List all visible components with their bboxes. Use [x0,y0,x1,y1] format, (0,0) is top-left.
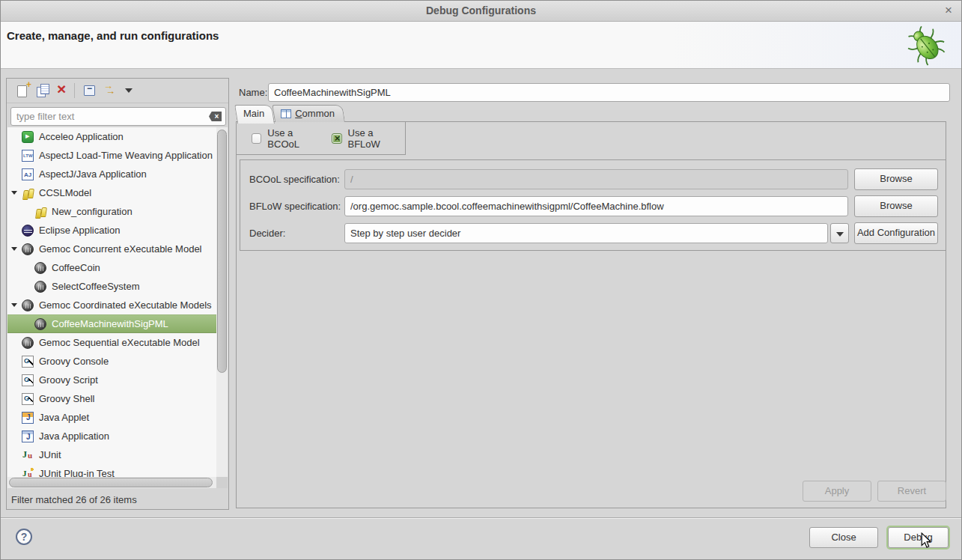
tree-item[interactable]: JUnit [7,445,217,464]
tree-item[interactable]: New_configuration [7,202,217,221]
language-choice-group: Use a BCOoL Use a BFLoW [236,121,406,155]
tree-item[interactable]: AspectJ/Java Application [7,165,217,183]
toolbar-menu-button[interactable] [121,82,139,100]
tree-horizontal-scrollbar[interactable] [7,477,217,488]
gemoc-icon [22,243,34,255]
decider-combo-input[interactable] [344,223,828,243]
tree-item-label: Eclipse Application [39,225,120,236]
expander-spacer [7,352,22,371]
tree-item[interactable]: Java Application [7,427,217,445]
add-configuration-button[interactable]: Add Configuration [854,222,938,244]
tree-item[interactable]: Gemoc Concurrent eXecutable Model [7,240,217,258]
bflow-specification-input[interactable] [344,196,848,216]
revert-button[interactable]: Revert [877,481,946,502]
expander-spacer [7,221,22,240]
expander-spacer [20,258,34,277]
tab-common[interactable]: Common [275,105,345,122]
debug-configurations-dialog: Debug Configurations × Create, manage, a… [0,0,962,560]
tree-item[interactable]: Groovy Script [7,371,217,389]
config-tree: Acceleo ApplicationAspectJ Load-Time Wea… [7,127,217,478]
expander-spacer [7,445,22,464]
dropdown-arrow-icon [121,82,139,100]
expander-spacer [20,277,34,296]
tree-item[interactable]: Eclipse Application [7,221,217,240]
tree-item[interactable]: Java Applet [7,408,217,427]
filter-configurations-button[interactable] [101,82,119,100]
collapse-all-button[interactable] [81,82,99,100]
tree-item[interactable]: Gemoc Sequential eXecutable Model [7,333,217,352]
tree-item-label: Groovy Script [39,374,98,386]
expander-icon[interactable] [7,183,22,202]
use-bflow-option[interactable]: Use a BFLoW [332,127,405,150]
tree-item[interactable]: CoffeeCoin [7,258,217,277]
bflow-specification-row: BFLoW specification: Browse [240,196,946,217]
tab-bar: Main Common [237,105,345,122]
tree-horizontal-scrollbar-thumb[interactable] [9,478,213,487]
specification-group: BCOoL specification: Browse BFLoW specif… [240,159,946,251]
expander-spacer [7,146,22,165]
debug-button[interactable]: Debug [888,527,949,548]
expander-spacer [7,389,22,408]
decider-dropdown-icon[interactable] [830,223,849,243]
bflow-browse-button[interactable]: Browse [854,195,938,217]
tree-item[interactable]: Groovy Shell [7,389,217,408]
gemoc-icon [34,318,46,330]
close-button[interactable]: Close [809,527,878,548]
main-tab-content: Use a BCOoL Use a BFLoW BCOoL specificat… [236,121,946,508]
bcool-browse-button[interactable]: Browse [854,168,938,190]
tree-item[interactable]: AspectJ Load-Time Weaving Application [7,146,217,165]
tree-item[interactable]: Groovy Console [7,352,217,371]
scrollbar-corner [216,477,228,488]
tree-item[interactable]: SelectCoffeeSystem [7,277,217,296]
duplicate-configuration-button[interactable] [34,82,52,100]
name-input[interactable] [268,83,950,102]
tree-item-label: Java Applet [39,412,89,423]
window-title: Debug Configurations [1,4,961,16]
expander-spacer [7,427,22,445]
acceleo-icon [22,131,34,143]
gemoc-icon [22,299,34,311]
tree-item-label: CoffeeCoin [52,262,100,273]
tab-main[interactable]: Main [237,105,275,122]
tree-item-label: Gemoc Concurrent eXecutable Model [39,243,202,255]
decider-label: Decider: [249,228,285,239]
bflow-specification-label: BFLoW specification: [249,201,341,212]
delete-configuration-button[interactable] [54,82,72,100]
java-applet-icon [22,412,34,424]
tree-item-label: CCSLModel [39,187,91,198]
configurations-toolbar [7,79,228,103]
groovy-icon [22,374,34,386]
debug-bug-icon [904,23,948,67]
expander-spacer [7,127,22,146]
tree-item[interactable]: CCSLModel [7,183,217,202]
junit-icon [22,449,34,461]
tree-item[interactable]: Gemoc Coordinated eXecutable Models [7,296,217,314]
tree-vertical-scrollbar-thumb[interactable] [217,130,227,373]
use-bflow-checkbox[interactable] [332,133,341,144]
titlebar[interactable]: Debug Configurations × [1,1,961,22]
expander-spacer [7,371,22,389]
dialog-header-title: Create, manage, and run configurations [7,29,219,42]
new-launch-configuration-button[interactable] [14,82,32,100]
help-button[interactable]: ? [16,529,32,545]
use-bcool-checkbox[interactable] [252,133,261,144]
expander-icon[interactable] [7,240,22,258]
use-bcool-option[interactable]: Use a BCOoL [252,127,324,150]
tree-item[interactable]: CoffeeMachinewithSigPML [7,314,217,333]
tree-vertical-scrollbar[interactable] [216,127,228,478]
ccsl-icon [34,206,46,218]
ccsl-icon [22,187,34,199]
filter-input[interactable] [10,107,226,126]
apply-button[interactable]: Apply [803,481,871,502]
expander-spacer [20,315,34,332]
expander-spacer [7,333,22,352]
delete-icon [54,82,72,100]
window-close-icon[interactable]: × [945,4,952,17]
tree-item[interactable]: Acceleo Application [7,127,217,146]
tree-item-label: JUnit [39,449,61,460]
gemoc-icon [34,262,46,274]
use-bflow-label: Use a BFLoW [348,127,406,150]
expander-icon[interactable] [7,296,22,314]
expander-spacer [7,408,22,427]
tree-item-label: AspectJ Load-Time Weaving Application [39,150,213,161]
